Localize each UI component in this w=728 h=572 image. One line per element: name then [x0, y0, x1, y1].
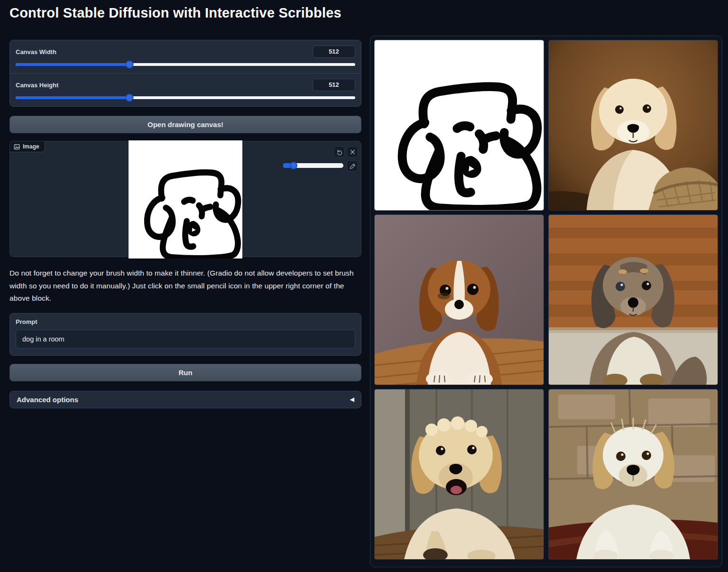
gallery-item-dog-2[interactable] — [374, 214, 544, 385]
pencil-icon — [350, 163, 356, 169]
image-icon — [14, 144, 20, 150]
advanced-options-label: Advanced options — [17, 396, 78, 404]
scribble-drawing[interactable] — [129, 140, 242, 258]
canvas-height-slider-fill — [16, 96, 129, 99]
collapse-arrow-icon: ◀ — [350, 396, 354, 403]
gallery-grid — [374, 40, 718, 560]
canvas-size-panel: Canvas Width 512 Canvas Height 512 — [9, 40, 361, 107]
prompt-panel: Prompt — [9, 313, 361, 356]
canvas-height-slider-handle[interactable] — [125, 94, 133, 102]
gallery-item-dog-3[interactable] — [548, 214, 718, 385]
canvas-width-row: Canvas Width 512 — [10, 40, 361, 73]
canvas-width-slider[interactable] — [16, 63, 355, 66]
generated-dog-image-2 — [375, 215, 544, 385]
page-title: Control Stable Diffusion with Interactiv… — [9, 5, 341, 21]
undo-icon — [336, 149, 342, 155]
prompt-input[interactable] — [16, 330, 355, 349]
generated-dog-image-5 — [549, 389, 718, 559]
canvas-width-slider-handle[interactable] — [125, 61, 133, 69]
brush-size-slider[interactable] — [283, 163, 343, 168]
control-column: Canvas Width 512 Canvas Height 512 Open … — [9, 40, 361, 408]
canvas-height-row: Canvas Height 512 — [10, 73, 361, 106]
canvas-width-value[interactable]: 512 — [313, 46, 355, 58]
gallery-item-dog-5[interactable] — [548, 389, 718, 560]
image-editor-block: Image — [9, 141, 361, 257]
brush-slider-handle[interactable] — [290, 162, 297, 169]
brush-edit-button[interactable] — [347, 160, 358, 172]
canvas-height-label: Canvas Height — [16, 82, 58, 89]
generated-dog-image-3 — [549, 215, 718, 385]
canvas-height-slider[interactable] — [16, 96, 355, 99]
advanced-options-accordion[interactable]: Advanced options ◀ — [9, 391, 361, 408]
canvas-width-label: Canvas Width — [16, 48, 56, 55]
close-icon — [350, 149, 355, 155]
clear-button[interactable] — [347, 146, 358, 157]
gallery-item-scribble[interactable] — [374, 40, 544, 211]
canvas-width-slider-fill — [16, 63, 129, 66]
undo-button[interactable] — [333, 146, 345, 157]
brush-note-text: Do not forget to change your brush width… — [9, 267, 361, 305]
run-button[interactable]: Run — [9, 364, 361, 381]
canvas-height-value[interactable]: 512 — [313, 79, 355, 91]
result-gallery — [370, 36, 722, 567]
prompt-label: Prompt — [16, 318, 355, 325]
generated-dog-image-1 — [549, 40, 718, 210]
generated-dog-image-4 — [375, 389, 544, 559]
open-canvas-button[interactable]: Open drawing canvas! — [9, 116, 361, 133]
image-block-label: Image — [10, 141, 45, 152]
drawing-canvas[interactable] — [129, 140, 242, 258]
gallery-item-dog-1[interactable] — [548, 40, 718, 211]
gallery-item-dog-4[interactable] — [374, 389, 544, 560]
scribble-image — [375, 40, 544, 210]
